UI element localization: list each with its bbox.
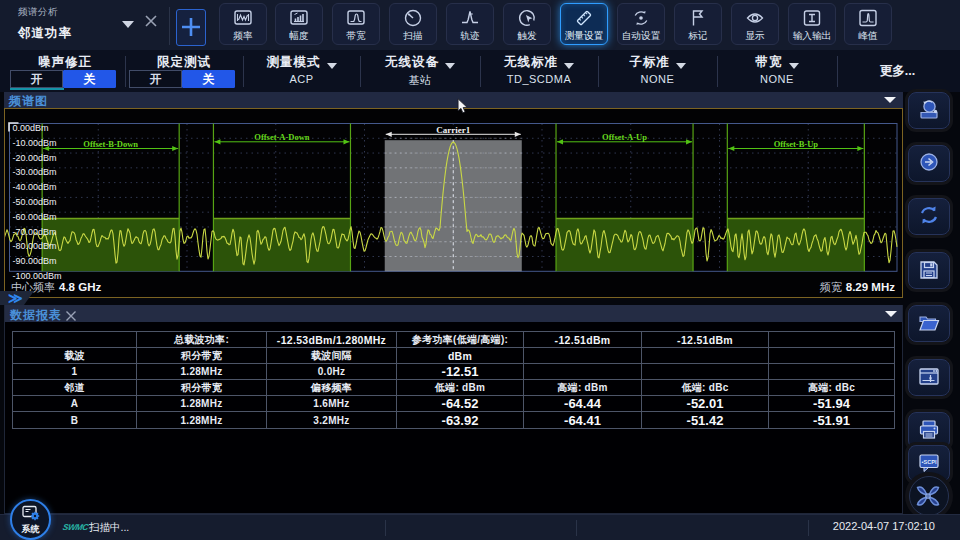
top-bar: 频谱分析 邻道功率 频率幅度带宽扫描轨迹触发测量设置自动设置标记显示输入输出峰值 [0,0,960,50]
trigger-icon [517,8,537,28]
spectrum-plot[interactable]: Offset-B-DownOffset-A-DownCarrier1Offset… [5,109,902,297]
function-group-more-7[interactable]: 更多... [837,50,958,92]
report-table-row: 载波积分带宽载波间隔dBm [13,348,895,364]
function-separator [243,56,244,87]
toolbar-button-frequency[interactable]: 频率 [219,3,267,45]
amplitude-icon [289,8,309,28]
toggle-option-active[interactable]: 关 [182,70,235,88]
add-tab-button[interactable] [176,9,206,46]
report-cell: 0.0Hz [267,364,397,380]
report-panel: 数据报表 总载波功率:-12.53dBm/1.280MHz参考功率(低端/高端)… [4,305,903,514]
report-cell [769,348,895,364]
report-cell: 总载波功率: [137,332,267,348]
status-bar [0,514,960,540]
report-panel-header[interactable]: 数据报表 [5,305,902,322]
report-cell: 低端: dBc [642,380,769,396]
next-arrow-icon [917,151,941,175]
report-cell [524,348,642,364]
recall-state-icon [917,98,941,122]
sidebar-button-recall-state[interactable] [908,92,950,129]
sidebar-collapse-button[interactable] [909,476,949,516]
toolbar-button-peak[interactable]: 峰值 [844,3,892,45]
sidebar-button-open-folder[interactable] [908,305,950,342]
function-group-dropdown-6[interactable]: 带宽NONE [717,50,837,92]
bandwidth-icon [346,8,366,28]
report-table-row: A1.28MHz1.6MHz-64.52-64.44-52.01-51.94 [13,396,895,412]
report-table-row: 邻道积分带宽偏移频率低端: dBm高端: dBm低端: dBc高端: dBc [13,380,895,396]
offset-limit-region [42,219,179,272]
toolbar-button-amplitude[interactable]: 幅度 [275,3,323,45]
sidebar-button-sync[interactable] [908,198,950,235]
report-cell: -51.91 [769,412,895,428]
save-icon [917,258,941,282]
function-value: NONE [598,73,717,85]
span-label: 频宽 [820,281,842,293]
tab-dropdown-caret-icon[interactable] [122,21,134,28]
mouse-cursor-icon [457,98,469,115]
toolbar-button-trace[interactable]: 轨迹 [446,3,494,45]
system-button[interactable]: 系统 [10,499,51,540]
auto-setup-icon [631,8,651,28]
report-cell: 载波间隔 [267,348,397,364]
function-group-dropdown-4[interactable]: 无线标准TD_SCDMA [480,50,598,92]
function-group-toggle-0: 噪声修正开关 [5,50,125,92]
sidebar-button-next-arrow[interactable] [908,145,950,182]
scan-status-text: 扫描中... [89,521,129,535]
report-cell: B [13,412,137,428]
toggle-option-inactive[interactable]: 开 [129,70,182,88]
span-readout: 频宽8.29 MHz [820,280,895,295]
system-button-label: 系统 [12,523,49,536]
sidebar-button-save[interactable] [908,252,950,289]
toolbar-button-trigger[interactable]: 触发 [503,3,551,45]
report-cell: -64.44 [524,396,642,412]
toolbar-button-marker[interactable]: 标记 [674,3,722,45]
open-folder-icon [917,311,941,335]
print-icon [917,418,941,442]
toggle-option-active[interactable]: 关 [63,70,116,88]
function-separator [125,56,126,87]
function-group-dropdown-2[interactable]: 测量模式ACP [243,50,360,92]
toolbar-button-label: 幅度 [278,30,320,43]
report-cell [642,348,769,364]
function-group-dropdown-3[interactable]: 无线设备基站 [360,50,480,92]
sidebar-button-window-layout[interactable] [908,359,950,396]
toolbar-button-bandwidth[interactable]: 带宽 [332,3,380,45]
report-close-icon[interactable] [65,308,77,320]
function-separator [598,56,599,87]
y-axis-tick-label: -70.00dBm [13,227,57,237]
sidebar-button-print[interactable] [908,412,950,449]
spectrum-collapse-icon[interactable] [884,97,896,103]
function-group-dropdown-5[interactable]: 子标准NONE [598,50,717,92]
toolbar-button-label: 标记 [677,30,719,43]
dropdown-caret-icon [564,63,574,69]
toolbar-button-measure-setup[interactable]: 测量设置 [560,3,608,45]
report-cell: -64.52 [397,396,524,412]
function-separator [837,56,838,87]
status-separator [808,520,809,536]
tab-close-icon[interactable] [143,13,159,29]
sync-icon [917,204,941,228]
report-collapse-icon[interactable] [885,311,897,317]
y-axis-tick-label: -40.00dBm [13,182,57,192]
marker-icon [688,8,708,28]
report-cell: A [13,396,137,412]
expand-chevrons-icon[interactable]: ≫ [8,290,21,306]
frequency-icon [233,8,253,28]
toolbar-button-input-output[interactable]: 输入输出 [788,3,836,45]
tab-measure-label[interactable]: 邻道功率 [18,25,72,42]
function-value: ACP [243,73,360,85]
toolbar-button-label: 频率 [221,30,263,43]
toggle-option-inactive[interactable]: 开 [10,70,63,88]
spectrum-panel-header[interactable]: 频谱图 [4,92,903,108]
function-separator [360,56,361,87]
function-label: 无线标准 [480,54,598,71]
toolbar-button-display[interactable]: 显示 [731,3,779,45]
y-axis-tick-label: -30.00dBm [13,167,57,177]
y-axis-tick-label: -10.00dBm [13,138,57,148]
report-cell [642,364,769,380]
toolbar-button-sweep[interactable]: 扫描 [389,3,437,45]
report-cell: 低端: dBm [397,380,524,396]
system-gear-icon [21,505,41,522]
toolbar-button-auto-setup[interactable]: 自动设置 [617,3,665,45]
report-cell: 邻道 [13,380,137,396]
